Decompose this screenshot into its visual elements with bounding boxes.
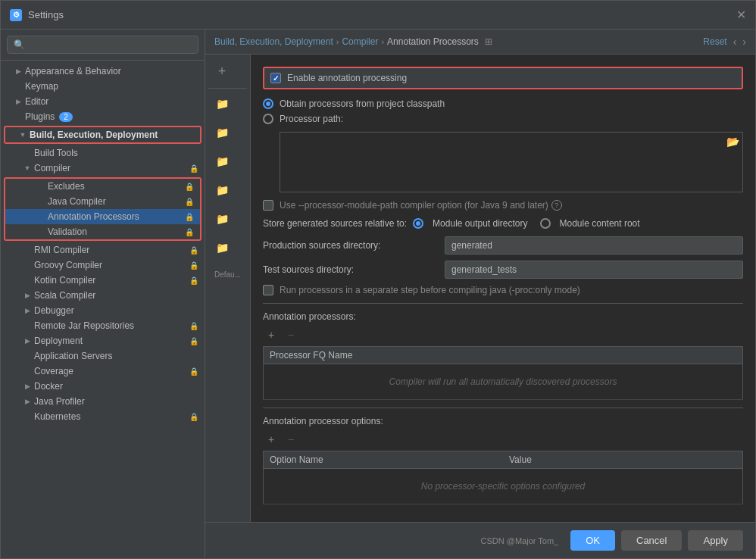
enable-annotation-row: Enable annotation processing (263, 67, 743, 89)
sidebar-item-validation[interactable]: Validation 🔒 (5, 224, 200, 239)
empty-options-row: No processor-specific options configured (264, 469, 743, 504)
radio-module-output[interactable]: Module output directory (413, 218, 527, 229)
sidebar-item-docker[interactable]: ▶ Docker (1, 379, 205, 394)
folder-icon-1[interactable]: 📁 (208, 90, 236, 117)
sidebar-item-scala-compiler[interactable]: ▶ Scala Compiler (1, 288, 205, 303)
folder-icon-3[interactable]: 📁 (208, 148, 236, 175)
folder-icon-6[interactable]: 📁 (208, 234, 236, 261)
sidebar-item-plugins[interactable]: Plugins 2 (1, 109, 205, 124)
empty-processors-row: Compiler will run all automatically disc… (264, 364, 743, 400)
sidebar-item-build-execution[interactable]: ▼ Build, Execution, Deployment (5, 127, 200, 142)
test-sources-label: Test sources directory: (263, 264, 445, 275)
breadcrumb-part1[interactable]: Build, Execution, Deployment (214, 36, 333, 47)
radio-module-output-btn[interactable] (413, 218, 423, 229)
sidebar-item-groovy-compiler[interactable]: Groovy Compiler 🔒 (1, 258, 205, 273)
pin-icon[interactable]: ⊞ (485, 36, 492, 47)
sidebar-item-deployment[interactable]: ▶ Deployment 🔒 (1, 333, 205, 348)
arrow-icon (36, 181, 46, 192)
arrow-icon: ▶ (22, 290, 33, 301)
sidebar-label: Kubernetes (34, 411, 80, 422)
split-pane: + 📁 📁 📁 📁 📁 📁 Defau... Ena (205, 55, 755, 522)
production-sources-input[interactable] (445, 236, 743, 255)
add-processor-button[interactable]: + (263, 326, 280, 343)
ok-button[interactable]: OK (570, 530, 615, 551)
sidebar-label: Groovy Compiler (34, 260, 102, 270)
sidebar-item-editor[interactable]: ▶ Editor (1, 94, 205, 109)
lock-icon: 🔒 (189, 367, 198, 376)
arrow-icon (22, 366, 33, 376)
module-output-label: Module output directory (433, 218, 527, 229)
radio-content-root-btn[interactable] (540, 218, 551, 229)
sidebar-label: Java Profiler (34, 396, 85, 407)
search-box (1, 30, 205, 61)
arrow-icon (36, 211, 46, 222)
cancel-button[interactable]: Cancel (621, 530, 682, 551)
add-option-button[interactable]: + (263, 431, 280, 448)
run-processors-row: Run processors in a separate step before… (263, 285, 743, 295)
settings-window: ⚙ Settings ✕ ▶ Appearance & Behavior Key… (0, 0, 756, 559)
sidebar-item-compiler[interactable]: ▼ Compiler 🔒 (1, 161, 205, 176)
sidebar-item-application-servers[interactable]: Application Servers (1, 348, 205, 364)
sidebar-label: Validation (48, 226, 87, 237)
processor-fq-name-col: Processor FQ Name (264, 347, 743, 364)
processor-path-area: 📂 (280, 132, 743, 192)
remove-processor-button[interactable]: − (283, 326, 299, 343)
sidebar-item-coverage[interactable]: Coverage 🔒 (1, 364, 205, 379)
store-sources-label: Store generated sources relative to: (263, 218, 407, 229)
divider (208, 88, 247, 89)
sidebar-item-keymap[interactable]: Keymap (1, 79, 205, 94)
folder-icon-4[interactable]: 📁 (208, 176, 236, 204)
apply-button[interactable]: Apply (688, 530, 743, 551)
add-config-button[interactable]: + (208, 58, 236, 85)
processors-table: Processor FQ Name Compiler will run all … (263, 346, 743, 400)
close-button[interactable]: ✕ (736, 8, 746, 22)
processors-toolbar: + − (263, 326, 743, 343)
main-area: Build, Execution, Deployment › Compiler … (205, 30, 755, 558)
use-module-path-checkbox[interactable] (263, 200, 273, 211)
breadcrumb-part2[interactable]: Compiler (342, 36, 378, 47)
folder-icon-5[interactable]: 📁 (208, 205, 236, 233)
lock-icon: 🔒 (185, 198, 194, 206)
sidebar-label: Java Compiler (48, 196, 106, 207)
main-content: ▶ Appearance & Behavior Keymap ▶ Editor … (1, 30, 755, 558)
sidebar-item-build-tools[interactable]: Build Tools (1, 145, 205, 161)
sidebar-item-excludes[interactable]: Excludes 🔒 (5, 179, 200, 194)
sidebar-label: Kotlin Compiler (34, 275, 95, 286)
forward-button[interactable]: › (742, 36, 746, 48)
run-processors-checkbox[interactable] (263, 285, 273, 295)
sidebar-item-java-profiler[interactable]: ▶ Java Profiler (1, 394, 205, 409)
sidebar-item-kotlin-compiler[interactable]: Kotlin Compiler 🔒 (1, 273, 205, 288)
enable-annotation-checkbox[interactable] (270, 73, 281, 83)
sidebar-item-kubernetes[interactable]: Kubernetes 🔒 (1, 409, 205, 424)
sidebar-item-annotation-processors[interactable]: Annotation Processors 🔒 (5, 209, 200, 224)
folder-icon-2[interactable]: 📁 (208, 119, 236, 146)
sidebar-label: Compiler (34, 163, 70, 173)
enable-annotation-label: Enable annotation processing (287, 73, 407, 83)
value-col: Value (503, 451, 743, 469)
sidebar-item-appearance[interactable]: ▶ Appearance & Behavior (1, 64, 205, 79)
sidebar-item-remote-jar[interactable]: Remote Jar Repositories 🔒 (1, 318, 205, 333)
remove-option-button[interactable]: − (283, 431, 299, 448)
sidebar-label: Annotation Processors (48, 211, 139, 222)
arrow-icon (22, 148, 33, 158)
search-input[interactable] (7, 36, 198, 54)
sidebar-item-debugger[interactable]: ▶ Debugger (1, 303, 205, 318)
radio-classpath[interactable] (263, 98, 273, 109)
arrow-icon (22, 260, 33, 270)
sidebar-label: Deployment (34, 336, 83, 346)
reset-button[interactable]: Reset (703, 36, 726, 47)
title-bar: ⚙ Settings ✕ (1, 1, 755, 30)
arrow-icon (22, 245, 33, 255)
sidebar-item-java-compiler[interactable]: Java Compiler 🔒 (5, 194, 200, 209)
test-sources-row: Test sources directory: (263, 261, 743, 279)
sidebar-item-rmi-compiler[interactable]: RMI Compiler 🔒 (1, 242, 205, 258)
browse-button[interactable]: 📂 (726, 136, 739, 148)
radio-processor-path[interactable] (263, 114, 273, 124)
lock-icon: 🔒 (189, 261, 198, 270)
sidebar-label: Build, Execution, Deployment (30, 130, 158, 140)
arrow-icon (36, 196, 46, 207)
test-sources-input[interactable] (445, 261, 743, 279)
radio-module-content-root[interactable]: Module content root (540, 218, 640, 229)
sidebar-label: Appearance & Behavior (25, 66, 121, 77)
back-button[interactable]: ‹ (733, 36, 737, 48)
